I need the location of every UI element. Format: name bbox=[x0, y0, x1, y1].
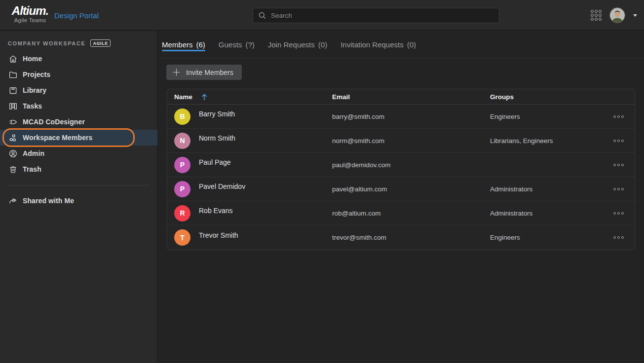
sidebar-item-label: Workspace Members bbox=[23, 134, 93, 142]
search-bar[interactable] bbox=[253, 8, 499, 23]
sidebar-item-shared-with-me[interactable]: Shared with Me bbox=[0, 193, 157, 209]
member-name: Trevor Smith bbox=[199, 231, 238, 239]
sidebar-item-label: MCAD CoDesigner bbox=[23, 118, 85, 126]
member-avatar: T bbox=[174, 229, 190, 246]
search-input[interactable] bbox=[271, 12, 494, 19]
tab-label: Guests bbox=[219, 40, 242, 49]
sidebar-nav: Home Projects Library bbox=[0, 51, 157, 177]
sidebar-item-projects[interactable]: Projects bbox=[0, 67, 157, 82]
row-actions-menu-icon[interactable] bbox=[613, 186, 624, 192]
member-name: Norm Smith bbox=[199, 134, 235, 142]
row-actions-menu-icon[interactable] bbox=[613, 113, 624, 120]
sidebar-item-label: Tasks bbox=[23, 102, 42, 110]
table-row[interactable]: B Barry Smith barry@smith.com Engineers bbox=[167, 105, 635, 129]
column-header-groups[interactable]: Groups bbox=[490, 93, 603, 101]
table-row[interactable]: N Norm Smith norm@smith.com Librarians, … bbox=[167, 129, 635, 153]
table-header: Name Email Groups bbox=[167, 89, 635, 105]
sidebar-item-library[interactable]: Library bbox=[0, 82, 157, 98]
member-groups: Administrators bbox=[490, 210, 603, 217]
tab-count: (6) bbox=[196, 40, 205, 49]
sidebar-item-home[interactable]: Home bbox=[0, 51, 157, 67]
member-groups: Administrators bbox=[490, 185, 603, 193]
sidebar-item-label: Trash bbox=[23, 165, 41, 173]
tab-label: Join Requests bbox=[268, 40, 315, 49]
member-avatar: P bbox=[174, 181, 190, 197]
sidebar-item-admin[interactable]: Admin bbox=[0, 145, 157, 161]
column-header-email[interactable]: Email bbox=[332, 93, 490, 101]
invite-members-button[interactable]: Invite Members bbox=[166, 65, 242, 80]
sidebar-item-mcad-codesigner[interactable]: MCAD CoDesigner bbox=[0, 114, 157, 130]
row-actions-menu-icon[interactable] bbox=[613, 138, 624, 144]
user-menu-caret-icon[interactable] bbox=[633, 14, 637, 17]
library-icon bbox=[8, 85, 18, 95]
table-row[interactable]: R Rob Evans rob@altium.com Administrator… bbox=[167, 201, 635, 225]
member-email: norm@smith.com bbox=[332, 137, 490, 145]
invite-members-label: Invite Members bbox=[186, 69, 233, 76]
member-email: rob@altium.com bbox=[332, 210, 490, 217]
main-content: Members (6) Guests (?) Join Requests (0)… bbox=[158, 31, 644, 363]
member-name: Paul Page bbox=[199, 158, 231, 166]
tab-count: (?) bbox=[245, 40, 254, 49]
member-name: Barry Smith bbox=[199, 110, 235, 118]
sidebar-item-label: Library bbox=[23, 86, 46, 94]
sidebar-item-label: Shared with Me bbox=[23, 197, 74, 205]
row-actions-menu-icon[interactable] bbox=[613, 234, 624, 241]
active-tab-underline bbox=[162, 50, 205, 51]
sidebar-item-label: Projects bbox=[23, 71, 50, 78]
tab-guests[interactable]: Guests (?) bbox=[219, 31, 255, 58]
shared-with-me-icon bbox=[8, 196, 18, 206]
sidebar: COMPANY WORKSPACE AGILE Home Projects bbox=[0, 31, 157, 363]
row-actions-menu-icon[interactable] bbox=[613, 210, 624, 217]
column-header-name[interactable]: Name bbox=[174, 93, 192, 101]
user-avatar-photo bbox=[610, 8, 625, 23]
admin-icon bbox=[8, 148, 18, 158]
mcad-codesigner-icon bbox=[8, 117, 18, 127]
user-avatar[interactable] bbox=[609, 7, 625, 23]
tab-members[interactable]: Members (6) bbox=[162, 31, 205, 58]
tab-join-requests[interactable]: Join Requests (0) bbox=[268, 31, 327, 58]
sidebar-item-trash[interactable]: Trash bbox=[0, 161, 157, 177]
tab-label: Members bbox=[162, 40, 193, 49]
table-row[interactable]: P Paul Page paul@demidov.com bbox=[167, 153, 635, 177]
table-row[interactable]: T Trevor Smith trevor@smith.com Engineer… bbox=[167, 225, 635, 250]
workspace-label: COMPANY WORKSPACE bbox=[8, 40, 85, 46]
altium-logo-text: Altium. bbox=[8, 4, 52, 17]
member-groups: Librarians, Engineers bbox=[490, 137, 603, 145]
member-name: Pavel Demidov bbox=[199, 182, 245, 190]
table-row[interactable]: P Pavel Demidov pavel@altium.com Adminis… bbox=[167, 177, 635, 201]
tab-invitation-requests[interactable]: Invitation Requests (0) bbox=[341, 31, 416, 58]
workspace-badge: AGILE bbox=[90, 39, 111, 47]
sidebar-item-workspace-members[interactable]: Workspace Members bbox=[0, 130, 157, 145]
altium-logo-subtitle: Agile Teams bbox=[8, 17, 52, 24]
sidebar-item-label: Home bbox=[23, 55, 42, 63]
home-icon bbox=[8, 54, 18, 64]
tab-bar: Members (6) Guests (?) Join Requests (0)… bbox=[158, 31, 644, 58]
row-actions-menu-icon[interactable] bbox=[613, 162, 624, 168]
tasks-icon bbox=[8, 101, 18, 111]
member-groups: Engineers bbox=[490, 234, 603, 241]
member-email: paul@demidov.com bbox=[332, 161, 490, 169]
apps-grid-icon[interactable] bbox=[591, 10, 602, 21]
workspace-members-icon bbox=[8, 133, 18, 143]
projects-folder-icon bbox=[8, 70, 18, 79]
trash-icon bbox=[8, 164, 18, 174]
workspace-header: COMPANY WORKSPACE AGILE bbox=[8, 39, 111, 47]
member-avatar: B bbox=[174, 109, 190, 125]
tab-count: (0) bbox=[318, 40, 327, 49]
member-avatar: N bbox=[174, 133, 190, 149]
sidebar-item-label: Admin bbox=[23, 149, 44, 157]
member-email: barry@smith.com bbox=[332, 113, 490, 120]
plus-icon bbox=[172, 68, 181, 76]
member-avatar: R bbox=[174, 205, 190, 221]
sort-ascending-icon[interactable] bbox=[201, 93, 208, 101]
sidebar-divider bbox=[8, 185, 150, 185]
member-email: trevor@smith.com bbox=[332, 234, 490, 241]
design-portal-link[interactable]: Design Portal bbox=[54, 11, 99, 20]
member-email: pavel@altium.com bbox=[332, 185, 490, 193]
sidebar-item-tasks[interactable]: Tasks bbox=[0, 98, 157, 114]
members-table: Name Email Groups B Barry Smith barry@sm… bbox=[167, 89, 635, 250]
tab-count: (0) bbox=[407, 40, 416, 49]
search-icon bbox=[258, 11, 266, 20]
altium-logo[interactable]: Altium. Agile Teams bbox=[8, 4, 52, 24]
member-name: Rob Evans bbox=[199, 207, 232, 215]
